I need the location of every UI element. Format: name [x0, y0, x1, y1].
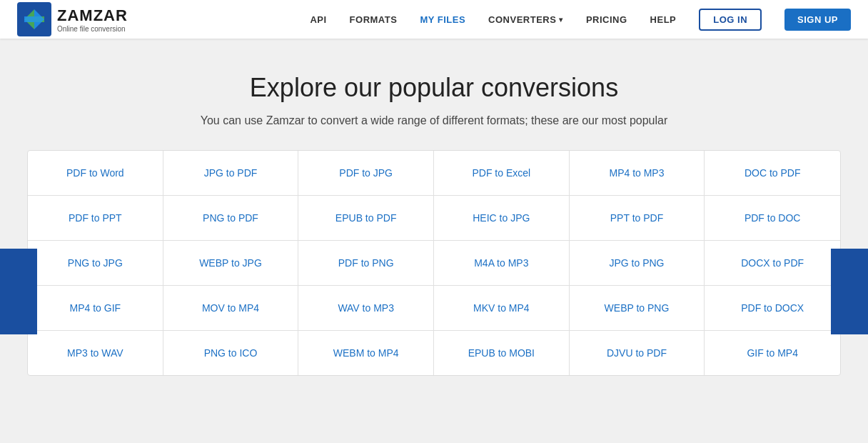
conversion-cell: PDF to Excel [434, 151, 570, 195]
conversion-link[interactable]: PDF to JPG [339, 167, 393, 179]
conversion-link[interactable]: DJVU to PDF [607, 347, 667, 359]
conversion-link[interactable]: MP3 to WAV [67, 347, 123, 359]
conversion-link[interactable]: JPG to PDF [204, 167, 258, 179]
conversion-link[interactable]: PDF to DOCX [741, 302, 804, 314]
conversion-row: PDF to WordJPG to PDFPDF to JPGPDF to Ex… [28, 151, 840, 196]
conversion-cell: PDF to DOC [705, 196, 840, 240]
logo-sub: Online file conversion [57, 25, 128, 33]
conversion-link[interactable]: PDF to PPT [69, 212, 122, 224]
conversion-link[interactable]: DOC to PDF [745, 167, 801, 179]
conversion-row: MP4 to GIFMOV to MP4WAV to MP3MKV to MP4… [28, 286, 840, 331]
conversion-cell: DOC to PDF [705, 151, 840, 195]
conversion-link[interactable]: M4A to MP3 [474, 257, 528, 269]
conversion-cell: PPT to PDF [570, 196, 705, 240]
conversion-link[interactable]: DOCX to PDF [741, 257, 804, 269]
conversion-link[interactable]: EPUB to PDF [335, 212, 397, 224]
conversion-cell: HEIC to JPG [434, 196, 570, 240]
conversion-link[interactable]: MP4 to MP3 [609, 167, 664, 179]
conversion-cell: DJVU to PDF [570, 331, 705, 375]
conversion-link[interactable]: PNG to JPG [68, 257, 123, 269]
conversion-link[interactable]: PDF to DOC [745, 212, 801, 224]
main-content: Explore our popular conversions You can … [0, 39, 868, 376]
conversion-cell: PDF to JPG [298, 151, 434, 195]
conversions-card: PDF to WordJPG to PDFPDF to JPGPDF to Ex… [27, 150, 841, 376]
conversion-row: MP3 to WAVPNG to ICOWEBM to MP4EPUB to M… [28, 331, 840, 375]
conversion-link[interactable]: GIF to MP4 [747, 347, 798, 359]
conversion-cell: PNG to PDF [163, 196, 299, 240]
nav-pricing[interactable]: PRICING [586, 14, 627, 25]
conversion-cell: WEBM to MP4 [298, 331, 434, 375]
conversion-cell: PNG to JPG [28, 241, 163, 285]
conversion-link[interactable]: WEBP to JPG [199, 257, 262, 269]
conversion-link[interactable]: MOV to MP4 [202, 302, 259, 314]
conversion-cell: MP4 to MP3 [570, 151, 705, 195]
conversion-cell: PDF to DOCX [705, 286, 840, 330]
conversion-cell: PNG to ICO [163, 331, 299, 375]
header: ZAMZAR Online file conversion API FORMAT… [0, 0, 868, 39]
conversion-cell: WEBP to PNG [570, 286, 705, 330]
conversion-link[interactable]: PPT to PDF [610, 212, 663, 224]
logo-brand: ZAMZAR [57, 6, 128, 25]
blue-bar-right [831, 249, 868, 334]
nav-help[interactable]: HELP [650, 14, 677, 25]
conversion-link[interactable]: WAV to MP3 [338, 302, 394, 314]
chevron-down-icon: ▾ [559, 16, 563, 24]
conversion-link[interactable]: HEIC to JPG [473, 212, 530, 224]
signup-button[interactable]: SIGN UP [784, 9, 851, 31]
conversion-cell: EPUB to PDF [298, 196, 434, 240]
page-subtitle: You can use Zamzar to convert a wide ran… [14, 114, 854, 127]
conversion-cell: MKV to MP4 [434, 286, 570, 330]
conversion-row: PNG to JPGWEBP to JPGPDF to PNGM4A to MP… [28, 241, 840, 286]
conversion-cell: WEBP to JPG [163, 241, 299, 285]
conversion-cell: MP3 to WAV [28, 331, 163, 375]
nav: API FORMATS MY FILES CONVERTERS ▾ PRICIN… [310, 9, 851, 31]
nav-formats[interactable]: FORMATS [350, 14, 398, 25]
conversion-link[interactable]: EPUB to MOBI [468, 347, 535, 359]
conversion-cell: PDF to PNG [298, 241, 434, 285]
conversion-link[interactable]: PDF to Word [66, 167, 124, 179]
conversion-link[interactable]: MKV to MP4 [473, 302, 530, 314]
nav-converters[interactable]: CONVERTERS ▾ [488, 14, 563, 25]
conversion-cell: JPG to PDF [163, 151, 299, 195]
conversion-link[interactable]: MP4 to GIF [70, 302, 121, 314]
blue-bar-left [0, 249, 37, 334]
conversion-cell: M4A to MP3 [434, 241, 570, 285]
conversion-cell: PDF to PPT [28, 196, 163, 240]
conversion-link[interactable]: PDF to PNG [338, 257, 394, 269]
conversion-cell: MP4 to GIF [28, 286, 163, 330]
conversion-row: PDF to PPTPNG to PDFEPUB to PDFHEIC to J… [28, 196, 840, 241]
login-button[interactable]: LOG IN [699, 9, 762, 31]
page-title: Explore our popular conversions [14, 73, 854, 103]
conversion-link[interactable]: WEBM to MP4 [333, 347, 399, 359]
conversion-cell: MOV to MP4 [163, 286, 299, 330]
conversion-link[interactable]: JPG to PNG [609, 257, 664, 269]
conversion-cell: GIF to MP4 [705, 331, 840, 375]
nav-api[interactable]: API [310, 14, 326, 25]
conversion-link[interactable]: PNG to ICO [204, 347, 258, 359]
conversion-link[interactable]: PDF to Excel [472, 167, 530, 179]
svg-marker-1 [24, 9, 44, 29]
conversion-link[interactable]: WEBP to PNG [605, 302, 670, 314]
nav-my-files[interactable]: MY FILES [420, 14, 465, 25]
conversion-cell: JPG to PNG [570, 241, 705, 285]
logo-icon [17, 2, 51, 36]
conversion-cell: DOCX to PDF [705, 241, 840, 285]
conversion-cell: PDF to Word [28, 151, 163, 195]
logo-link[interactable]: ZAMZAR Online file conversion [17, 2, 128, 36]
logo-text: ZAMZAR Online file conversion [57, 6, 128, 33]
conversion-cell: WAV to MP3 [298, 286, 434, 330]
conversion-link[interactable]: PNG to PDF [203, 212, 258, 224]
conversion-cell: EPUB to MOBI [434, 331, 570, 375]
